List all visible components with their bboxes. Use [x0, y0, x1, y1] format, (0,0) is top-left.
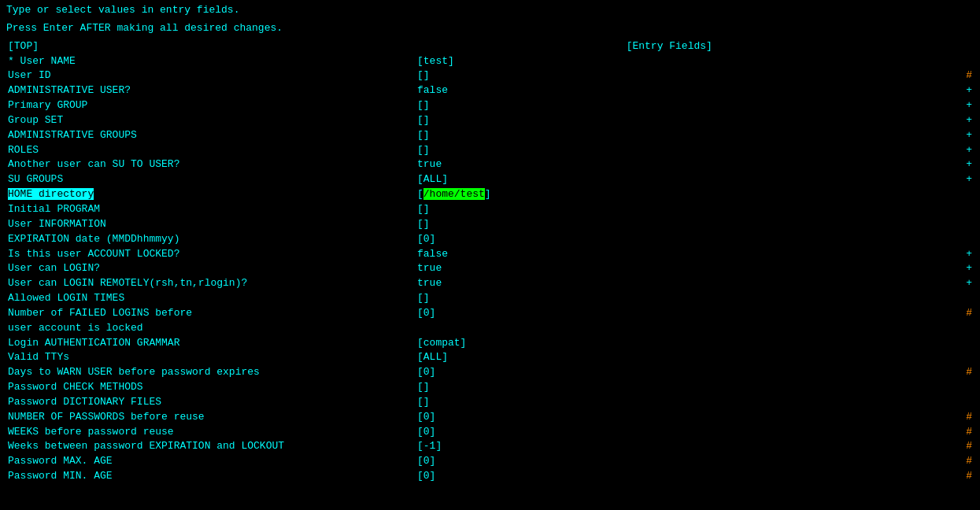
table-row: Login AUTHENTICATION GRAMMAR[compat]: [6, 336, 974, 351]
table-row: Password DICTIONARY FILES[]: [6, 395, 974, 410]
row-value[interactable]: [compat]: [416, 336, 923, 351]
row-value[interactable]: []: [416, 98, 923, 113]
row-flag: #: [923, 439, 974, 454]
row-flag: +: [923, 128, 974, 143]
row-value[interactable]: true: [416, 157, 923, 172]
row-label: User can LOGIN REMOTELY(rsh,tn,rlogin)?: [6, 276, 416, 291]
table-row: EXPIRATION date (MMDDhhmmyy)[0]: [6, 232, 974, 247]
table-row: Weeks between password EXPIRATION and LO…: [6, 439, 974, 454]
row-label: User ID: [6, 68, 416, 83]
row-label: Is this user ACCOUNT LOCKED?: [6, 247, 416, 262]
table-row: Is this user ACCOUNT LOCKED? false+: [6, 247, 974, 262]
table-row: SU GROUPS[ALL]+: [6, 172, 974, 187]
row-value[interactable]: []: [416, 143, 923, 158]
highlighted-label: HOME directory: [8, 188, 94, 200]
row-flag: +: [923, 276, 974, 291]
row-value[interactable]: [0]: [416, 425, 923, 440]
instruction-line-1: Type or select values in entry fields.: [6, 3, 974, 18]
table-row: ADMINISTRATIVE USER? false+: [6, 83, 974, 98]
row-label: NUMBER OF PASSWORDS before reuse: [6, 410, 416, 425]
row-flag: [923, 187, 974, 202]
row-value[interactable]: []: [416, 395, 923, 410]
row-value[interactable]: [0]: [416, 454, 923, 469]
row-label: SU GROUPS: [6, 172, 416, 187]
table-row: User ID[]#: [6, 68, 974, 83]
table-row: User can LOGIN REMOTELY(rsh,tn,rlogin)? …: [6, 276, 974, 291]
table-row: Number of FAILED LOGINS before[0]#: [6, 306, 974, 321]
row-flag: [923, 380, 974, 395]
row-label: HOME directory: [6, 187, 416, 202]
row-label: Valid TTYs: [6, 350, 416, 365]
row-flag: [923, 217, 974, 232]
row-label: Number of FAILED LOGINS before: [6, 306, 416, 321]
row-value[interactable]: []: [416, 291, 923, 306]
row-value[interactable]: [0]: [416, 365, 923, 380]
row-label: Days to WARN USER before password expire…: [6, 365, 416, 380]
row-label: WEEKS before password reuse: [6, 425, 416, 440]
row-flag: #: [923, 365, 974, 380]
entry-fields-header: [Entry Fields]: [416, 39, 923, 54]
row-flag: [923, 54, 974, 69]
row-label: Password DICTIONARY FILES: [6, 395, 416, 410]
row-value[interactable]: []: [416, 68, 923, 83]
value-green-highlight: /home/test: [423, 188, 485, 200]
row-flag: +: [923, 157, 974, 172]
row-flag: [923, 336, 974, 351]
row-flag: +: [923, 143, 974, 158]
row-value[interactable]: [-1]: [416, 439, 923, 454]
table-row: Allowed LOGIN TIMES[]: [6, 291, 974, 306]
row-value[interactable]: []: [416, 217, 923, 232]
row-flag: [923, 395, 974, 410]
row-flag: [923, 232, 974, 247]
row-value[interactable]: []: [416, 128, 923, 143]
table-row: Valid TTYs[ALL]: [6, 350, 974, 365]
table-row: ADMINISTRATIVE GROUPS[]+: [6, 128, 974, 143]
row-label: Weeks between password EXPIRATION and LO…: [6, 439, 416, 454]
row-value[interactable]: [0]: [416, 469, 923, 484]
row-flag: +: [923, 98, 974, 113]
row-value[interactable]: [0]: [416, 306, 923, 321]
table-row: Initial PROGRAM[]: [6, 202, 974, 217]
table-row: HOME directory[/home/test]: [6, 187, 974, 202]
row-label: Initial PROGRAM: [6, 202, 416, 217]
table-row: Another user can SU TO USER? true+: [6, 157, 974, 172]
table-row: Group SET[]+: [6, 113, 974, 128]
table-row: user account is locked: [6, 321, 974, 336]
row-flag: #: [923, 425, 974, 440]
row-flag: #: [923, 469, 974, 484]
row-label: ADMINISTRATIVE GROUPS: [6, 128, 416, 143]
row-value[interactable]: false: [416, 247, 923, 262]
table-row: User INFORMATION[]: [6, 217, 974, 232]
row-flag: [923, 321, 974, 336]
row-flag: [923, 350, 974, 365]
row-label: Allowed LOGIN TIMES: [6, 291, 416, 306]
instructions-block: Type or select values in entry fields. P…: [6, 3, 974, 36]
row-value[interactable]: true: [416, 261, 923, 276]
row-value[interactable]: false: [416, 83, 923, 98]
row-label: ADMINISTRATIVE USER?: [6, 83, 416, 98]
row-value[interactable]: [ALL]: [416, 172, 923, 187]
table-row: ROLES[]+: [6, 143, 974, 158]
row-value[interactable]: []: [416, 380, 923, 395]
row-value[interactable]: [ALL]: [416, 350, 923, 365]
row-label: Password MIN. AGE: [6, 469, 416, 484]
row-value[interactable]: [0]: [416, 410, 923, 425]
row-flag: +: [923, 113, 974, 128]
row-value[interactable]: [0]: [416, 232, 923, 247]
row-flag: #: [923, 454, 974, 469]
top-label: [TOP]: [6, 39, 416, 54]
row-flag: [923, 291, 974, 306]
row-label: Password CHECK METHODS: [6, 380, 416, 395]
row-value[interactable]: [/home/test]: [416, 187, 923, 202]
table-row: User can LOGIN? true+: [6, 261, 974, 276]
row-value[interactable]: []: [416, 202, 923, 217]
row-flag: #: [923, 68, 974, 83]
table-row: Days to WARN USER before password expire…: [6, 365, 974, 380]
table-row: Password CHECK METHODS[]: [6, 380, 974, 395]
row-value[interactable]: true: [416, 276, 923, 291]
row-label: Login AUTHENTICATION GRAMMAR: [6, 336, 416, 351]
row-label: Primary GROUP: [6, 98, 416, 113]
row-label: user account is locked: [6, 321, 416, 336]
row-value[interactable]: []: [416, 113, 923, 128]
row-value[interactable]: [test]: [416, 54, 923, 69]
